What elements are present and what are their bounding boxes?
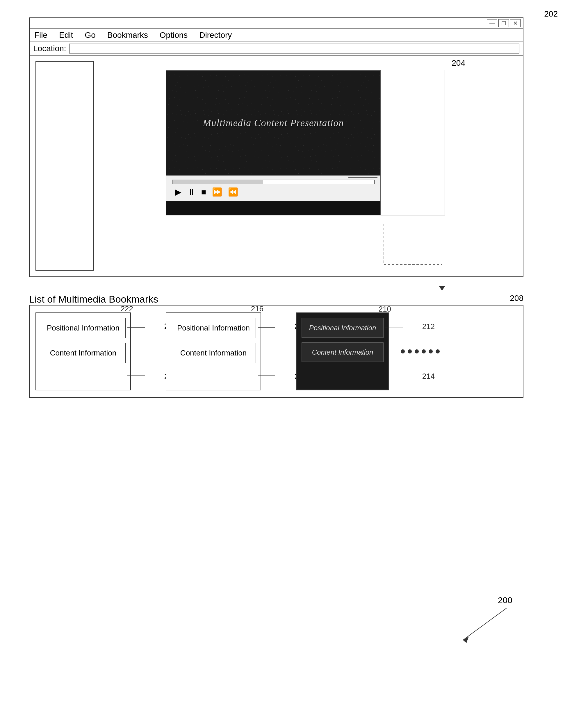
- transport-controls: ▶ ⏸ ■ ⏩ ⏪: [172, 187, 375, 197]
- positional-info-box-1: Positional Information: [41, 318, 126, 338]
- menu-bar: File Edit Go Bookmarks Options Directory: [30, 29, 523, 42]
- progress-bar[interactable]: [172, 180, 375, 184]
- ref-216: 216: [251, 304, 263, 313]
- video-screen: Multimedia Content Presentation: [166, 71, 380, 175]
- progress-fill: [172, 180, 263, 184]
- ref-212-line: [385, 325, 406, 331]
- connector-lines-svg: [29, 224, 524, 299]
- dot-4: [422, 349, 426, 353]
- dot-5: [429, 349, 433, 353]
- controls-bar: 206 ▶ ⏸ ■: [166, 175, 380, 201]
- ref-220-line: [258, 372, 278, 378]
- card-spacer-2: [267, 312, 290, 390]
- ref-224-line: [127, 325, 148, 331]
- figure-200-area: 200: [454, 595, 513, 646]
- content-info-box-3: Content Information: [302, 342, 384, 362]
- menu-bookmarks[interactable]: Bookmarks: [107, 31, 148, 40]
- ref-208-line: [477, 294, 512, 302]
- pause-button[interactable]: ⏸: [187, 187, 196, 197]
- title-bar: 202 — ☐ ✕: [30, 18, 523, 29]
- bookmark-card-210[interactable]: 210 212 214 Positional Information Conte…: [296, 312, 389, 390]
- play-button[interactable]: ▶: [175, 187, 181, 197]
- svg-marker-5: [439, 286, 445, 291]
- ref-202-label: 202: [544, 9, 558, 18]
- video-title: Multimedia Content Presentation: [203, 117, 344, 128]
- restore-button[interactable]: ☐: [498, 19, 509, 27]
- bookmarks-container: 222 224 226 Positional Information Conte…: [29, 305, 524, 398]
- dot-1: [401, 349, 405, 353]
- bookmarks-section: List of Multimedia Bookmarks 208 222 224: [29, 294, 524, 398]
- menu-file[interactable]: File: [34, 31, 47, 40]
- dot-3: [415, 349, 419, 353]
- ref-200-arrow: [454, 605, 513, 646]
- progress-marker: [269, 178, 269, 187]
- content-info-box-1: Content Information: [41, 343, 126, 363]
- location-input[interactable]: [69, 44, 519, 54]
- ref-210: 210: [379, 305, 391, 314]
- menu-options[interactable]: Options: [160, 31, 188, 40]
- svg-marker-14: [463, 637, 469, 643]
- location-label: Location:: [33, 44, 66, 53]
- minimize-button[interactable]: —: [487, 19, 497, 27]
- ref-204-line: [442, 67, 465, 84]
- card-spacer-1: [137, 312, 160, 390]
- ref-212: 212: [422, 322, 435, 331]
- ref-204-label: 204: [451, 58, 465, 68]
- bookmark-card-216[interactable]: 216 218 220 Positional Information Conte…: [166, 312, 261, 390]
- positional-info-box-3: Positional Information: [302, 318, 384, 338]
- menu-edit[interactable]: Edit: [59, 31, 73, 40]
- ref-214: 214: [422, 372, 435, 381]
- close-button[interactable]: ✕: [510, 19, 521, 27]
- ref-222: 222: [121, 304, 133, 313]
- window-controls: — ☐ ✕: [487, 19, 521, 27]
- bookmarks-title-area: List of Multimedia Bookmarks 208: [29, 294, 524, 305]
- ref-208-label: 208: [510, 294, 524, 303]
- bookmark-card-222[interactable]: 222 224 226 Positional Information Conte…: [36, 312, 131, 390]
- dot-2: [408, 349, 412, 353]
- stop-button[interactable]: ■: [201, 187, 206, 197]
- rw-button[interactable]: ⏪: [228, 187, 238, 197]
- menu-directory[interactable]: Directory: [199, 31, 232, 40]
- page: 202 — ☐ ✕ File Edit Go Bookmarks Options…: [0, 0, 588, 704]
- svg-line-13: [463, 608, 506, 640]
- positional-info-box-2: Positional Information: [171, 318, 256, 338]
- ref-200-label: 200: [498, 595, 513, 605]
- content-info-box-2: Content Information: [171, 343, 256, 363]
- right-panel: [381, 70, 445, 215]
- ref-218-line: [258, 325, 278, 331]
- ref-226-line: [127, 372, 148, 378]
- dot-6: [436, 349, 440, 353]
- video-player-wrapper: 204 Multimedia Content Presentation: [166, 70, 445, 215]
- video-player: Multimedia Content Presentation 206: [166, 70, 381, 215]
- ref-206-line: [377, 178, 381, 186]
- bookmarks-title: List of Multimedia Bookmarks: [29, 294, 158, 305]
- location-bar: Location:: [30, 42, 523, 56]
- ff-button[interactable]: ⏩: [212, 187, 222, 197]
- menu-go[interactable]: Go: [85, 31, 95, 40]
- ref-214-line: [385, 372, 406, 378]
